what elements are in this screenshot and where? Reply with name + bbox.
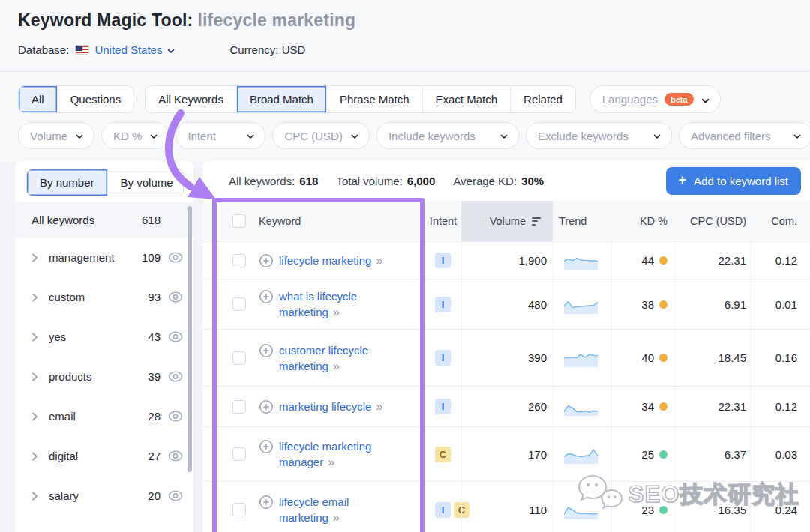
chevron-right-icon[interactable] — [32, 292, 38, 303]
languages-dropdown[interactable]: Languages beta — [590, 85, 721, 113]
eye-icon[interactable] — [168, 291, 183, 303]
include-keywords-filter[interactable]: Include keywords — [376, 122, 519, 149]
add-keyword-icon[interactable] — [259, 399, 274, 414]
group-item-partial[interactable] — [15, 520, 194, 532]
kd-dot — [659, 450, 668, 459]
row-checkbox[interactable] — [232, 400, 246, 414]
tab-questions[interactable]: Questions — [58, 86, 134, 112]
question-tab-group: All Questions — [18, 85, 134, 113]
open-keyword-icon[interactable]: » — [333, 360, 339, 372]
add-keyword-icon[interactable] — [259, 495, 274, 510]
col-trend[interactable]: Trend — [553, 201, 611, 241]
sidebar-scrollbar[interactable] — [188, 206, 192, 472]
add-to-keyword-list-button[interactable]: +Add to keyword list — [666, 167, 801, 195]
group-label: email — [49, 410, 76, 423]
all-keywords-group[interactable]: All keywords 618 — [15, 202, 194, 238]
cpc-value: 22.31 — [675, 242, 750, 279]
col-intent[interactable]: Intent — [425, 201, 461, 241]
exclude-keywords-filter[interactable]: Exclude keywords — [526, 122, 672, 149]
group-label: salary — [49, 489, 79, 502]
group-item-custom[interactable]: custom 93 — [15, 277, 194, 317]
col-com[interactable]: Com. — [750, 201, 810, 241]
keyword-link[interactable]: lifecycle marketing manager» — [279, 438, 411, 470]
add-keyword-icon[interactable] — [259, 253, 274, 268]
eye-icon[interactable] — [168, 371, 183, 382]
group-item-products[interactable]: products 39 — [15, 357, 194, 396]
all-keywords-label: All keywords — [32, 214, 94, 226]
col-keyword[interactable]: Keyword — [259, 215, 301, 227]
advanced-filters[interactable]: Advanced filters — [679, 122, 810, 149]
chevron-right-icon[interactable] — [32, 253, 38, 263]
volume-value: 480 — [461, 279, 553, 329]
open-keyword-icon[interactable]: » — [333, 511, 339, 524]
currency-label: Currency: — [230, 43, 278, 56]
open-keyword-icon[interactable]: » — [376, 254, 382, 267]
summary-total-volume-label: Total volume: — [336, 175, 402, 187]
languages-label: Languages — [602, 93, 658, 106]
beta-badge: beta — [664, 93, 694, 106]
plus-icon: + — [679, 172, 687, 188]
by-number-toggle[interactable]: By number — [27, 169, 108, 196]
intent-badge-commercial: C — [435, 447, 451, 462]
keyword-link[interactable]: lifecycle marketing» — [279, 253, 382, 268]
database-selector[interactable]: United States — [94, 43, 162, 56]
tab-phrase-match[interactable]: Phrase Match — [327, 86, 423, 112]
keyword-link[interactable]: customer lifecycle marketing» — [279, 342, 411, 374]
group-item-digital[interactable]: digital 27 — [15, 436, 194, 476]
tab-all-keywords[interactable]: All Keywords — [146, 86, 237, 112]
eye-icon[interactable] — [168, 411, 183, 422]
row-checkbox[interactable] — [232, 447, 246, 461]
keyword-link[interactable]: marketing lifecycle» — [279, 399, 382, 414]
group-count: 28 — [148, 410, 160, 423]
kd-filter[interactable]: KD % — [101, 122, 169, 149]
table-header: Keyword Intent Volume Trend KD % CPC (US… — [202, 201, 810, 241]
row-checkbox[interactable] — [232, 297, 246, 311]
col-cpc[interactable]: CPC (USD) — [675, 201, 750, 241]
eye-icon[interactable] — [168, 252, 183, 263]
col-kd[interactable]: KD % — [611, 201, 675, 241]
chevron-right-icon[interactable] — [32, 491, 38, 501]
chevron-right-icon[interactable] — [32, 451, 38, 462]
open-keyword-icon[interactable]: » — [328, 456, 334, 468]
by-volume-toggle[interactable]: By volume — [108, 169, 184, 196]
eye-icon[interactable] — [168, 450, 183, 462]
cpc-value: 6.91 — [675, 279, 750, 329]
add-keyword-icon[interactable] — [259, 343, 274, 358]
row-checkbox[interactable] — [232, 351, 246, 365]
select-all-checkbox[interactable] — [232, 214, 246, 228]
chevron-right-icon[interactable] — [32, 332, 38, 342]
keyword-link[interactable]: what is lifecycle marketing» — [279, 288, 411, 320]
summary-avg-kd-value: 30% — [521, 175, 544, 187]
open-keyword-icon[interactable]: » — [376, 400, 382, 413]
cpc-filter[interactable]: CPC (USD) — [272, 122, 370, 149]
group-item-email[interactable]: email 28 — [15, 396, 194, 436]
row-checkbox[interactable] — [232, 503, 246, 516]
keyword-link[interactable]: lifecycle email marketing» — [279, 494, 411, 525]
chevron-right-icon[interactable] — [32, 411, 38, 422]
open-keyword-icon[interactable]: » — [333, 306, 339, 318]
trend-sparkline — [553, 330, 611, 386]
add-keyword-icon[interactable] — [259, 289, 274, 304]
chevron-right-icon[interactable] — [32, 372, 38, 382]
group-count: 39 — [148, 370, 160, 383]
add-keyword-icon[interactable] — [259, 439, 274, 454]
col-volume[interactable]: Volume — [461, 201, 553, 241]
tab-related[interactable]: Related — [511, 86, 575, 112]
keyword-groups-sidebar: By number By volume All keywords 618 man… — [15, 161, 194, 532]
volume-value: 110 — [461, 482, 553, 532]
group-item-management[interactable]: management 109 — [15, 238, 194, 277]
tab-exact-match[interactable]: Exact Match — [423, 86, 512, 112]
eye-icon[interactable] — [168, 331, 183, 342]
volume-filter[interactable]: Volume — [18, 122, 94, 149]
tab-broad-match[interactable]: Broad Match — [237, 86, 327, 112]
row-checkbox[interactable] — [232, 254, 246, 267]
sort-toggle: By number By volume — [26, 169, 184, 196]
eye-icon[interactable] — [168, 490, 183, 501]
group-count: 93 — [148, 291, 160, 303]
chevron-down-icon[interactable] — [166, 46, 174, 54]
tab-all[interactable]: All — [19, 86, 58, 112]
kd-dot — [659, 300, 668, 309]
group-item-salary[interactable]: salary 20 — [15, 476, 194, 516]
group-item-yes[interactable]: yes 43 — [15, 317, 194, 357]
intent-filter[interactable]: Intent — [176, 122, 266, 149]
